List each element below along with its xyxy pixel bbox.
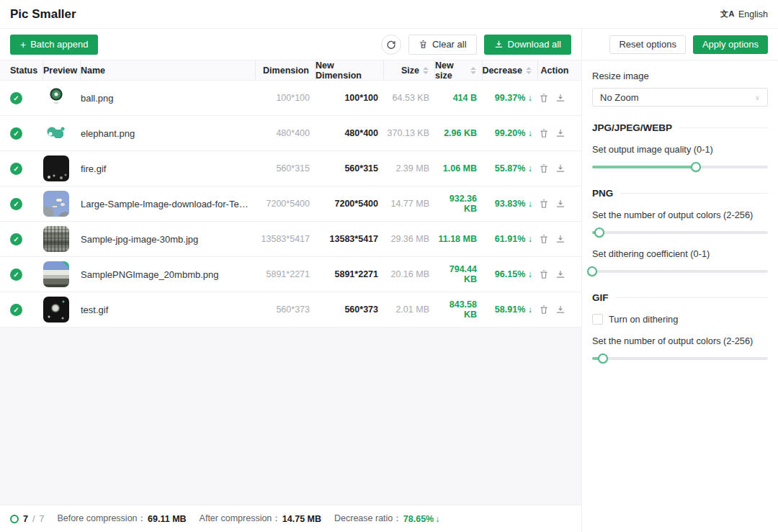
download-row-button[interactable] (555, 199, 565, 209)
table-row: ✓ Large-Sample-Image-download-for-Testin… (0, 186, 581, 222)
sort-icon[interactable] (423, 67, 429, 74)
status-bar: 7 / 7 Before compression： 69.11 MB After… (0, 505, 581, 532)
section-gif: GIF (592, 292, 768, 303)
new-dimension-value: 560*373 (316, 305, 384, 315)
size-value: 14.77 MB (384, 199, 435, 209)
png-dithering-slider[interactable] (592, 266, 768, 276)
empty-area (0, 328, 581, 505)
gif-colors-slider[interactable] (592, 353, 768, 364)
delete-row-button[interactable] (539, 199, 549, 209)
file-name: fire.gif (81, 163, 256, 174)
column-decrease[interactable]: Decrease (483, 60, 538, 81)
after-compression-stat: After compression： 14.75 MB (200, 513, 321, 525)
reset-options-button[interactable]: Reset options (609, 35, 686, 54)
dimension-value: 560*315 (256, 163, 316, 173)
decrease-value: 96.15% ↓ (483, 269, 538, 279)
new-size-value: 414 B (435, 93, 483, 103)
download-row-button[interactable] (555, 93, 565, 103)
done-count: 7 (23, 514, 28, 524)
clear-all-button[interactable]: Clear all (408, 35, 477, 55)
column-new-size[interactable]: New size (435, 60, 483, 81)
slider-thumb[interactable] (598, 353, 608, 364)
table-row: ✓ fire.gif 560*315 560*315 2.39 MB 1.06 … (0, 151, 581, 186)
png-colors-slider[interactable] (592, 227, 768, 238)
section-png: PNG (592, 188, 768, 199)
new-size-value: 794.44 KB (435, 264, 483, 284)
decrease-value: 61.91% ↓ (483, 234, 538, 244)
table-row: ✓ elephant.png 480*400 480*400 370.13 KB… (0, 116, 581, 151)
column-dimension: Dimension (256, 60, 316, 81)
jpg-quality-slider[interactable] (592, 162, 768, 172)
gif-dithering-checkbox-row[interactable]: Turn on dithering (592, 314, 768, 325)
status-success-icon: ✓ (10, 198, 22, 210)
size-value: 370.13 KB (384, 128, 435, 138)
decrease-value: 99.20% ↓ (483, 128, 538, 138)
download-row-button[interactable] (555, 163, 565, 173)
preview-thumbnail[interactable] (43, 85, 69, 111)
new-size-value: 843.58 KB (435, 299, 483, 320)
toolbar: + Batch append Clear all (0, 29, 581, 60)
new-size-value: 1.06 MB (435, 163, 483, 173)
language-label: English (738, 9, 768, 19)
apply-options-button[interactable]: Apply options (693, 35, 768, 54)
refresh-icon (386, 40, 396, 50)
language-switch[interactable]: 文A English (720, 9, 768, 19)
file-name: Large-Sample-Image-download-for-Testing.… (81, 199, 256, 209)
chevron-down-icon: ∨ (755, 94, 760, 102)
download-row-button[interactable] (555, 305, 565, 315)
slider-thumb[interactable] (594, 227, 604, 238)
download-row-button[interactable] (555, 128, 565, 138)
resize-image-label: Resize image (592, 71, 768, 81)
download-all-button[interactable]: Download all (484, 35, 571, 55)
checkbox-unchecked[interactable] (592, 314, 603, 325)
column-size[interactable]: Size (384, 60, 435, 81)
table-row: ✓ test.gif 560*373 560*373 2.01 MB 843.5… (0, 292, 581, 328)
sort-icon[interactable] (526, 67, 532, 74)
delete-row-button[interactable] (539, 269, 549, 279)
trash-icon (539, 128, 549, 138)
trash-icon (539, 93, 549, 103)
preview-thumbnail[interactable] (43, 120, 69, 146)
download-row-button[interactable] (555, 269, 565, 279)
sort-icon[interactable] (470, 67, 476, 74)
download-row-button[interactable] (555, 234, 565, 244)
refresh-button[interactable] (381, 35, 401, 55)
resize-select[interactable]: No Zoom ∨ (592, 88, 768, 107)
preview-thumbnail[interactable] (43, 191, 69, 217)
table-row: ✓ SamplePNGImage_20mbmb.png 5891*2271 58… (0, 257, 581, 292)
png-colors-label: Set the number of output colors (2-256) (592, 209, 768, 220)
size-value: 29.36 MB (384, 234, 435, 244)
delete-row-button[interactable] (539, 128, 549, 138)
table-header: Status Preview Name Dimension New Dimens… (0, 60, 581, 81)
preview-thumbnail[interactable] (43, 261, 69, 287)
preview-thumbnail[interactable] (43, 297, 69, 323)
download-icon (494, 40, 504, 49)
plus-icon: + (20, 40, 26, 50)
trash-icon (539, 199, 549, 209)
decrease-value: 93.83% ↓ (483, 199, 538, 209)
file-name: SamplePNGImage_20mbmb.png (81, 269, 256, 280)
batch-append-button[interactable]: + Batch append (10, 35, 98, 55)
preview-thumbnail[interactable] (43, 226, 69, 252)
down-arrow-icon: ↓ (528, 199, 532, 209)
gif-colors-label: Set the number of output colors (2-256) (592, 335, 768, 346)
preview-thumbnail[interactable] (43, 155, 69, 181)
slider-thumb[interactable] (587, 266, 597, 276)
file-list-panel: + Batch append Clear all (0, 29, 582, 532)
column-action: Action (538, 60, 571, 81)
delete-row-button[interactable] (539, 163, 549, 173)
delete-row-button[interactable] (539, 93, 549, 103)
translate-icon: 文A (720, 9, 735, 19)
trash-icon (539, 305, 549, 315)
progress-counter: 7 / 7 (10, 514, 44, 524)
slider-thumb[interactable] (691, 162, 701, 172)
download-icon (555, 269, 565, 279)
down-arrow-icon: ↓ (528, 128, 532, 138)
new-dimension-value: 560*315 (316, 163, 384, 173)
column-preview: Preview (43, 60, 81, 81)
download-icon (555, 234, 565, 244)
delete-row-button[interactable] (539, 305, 549, 315)
delete-row-button[interactable] (539, 234, 549, 244)
column-status: Status (10, 60, 43, 81)
new-dimension-value: 100*100 (316, 93, 384, 103)
